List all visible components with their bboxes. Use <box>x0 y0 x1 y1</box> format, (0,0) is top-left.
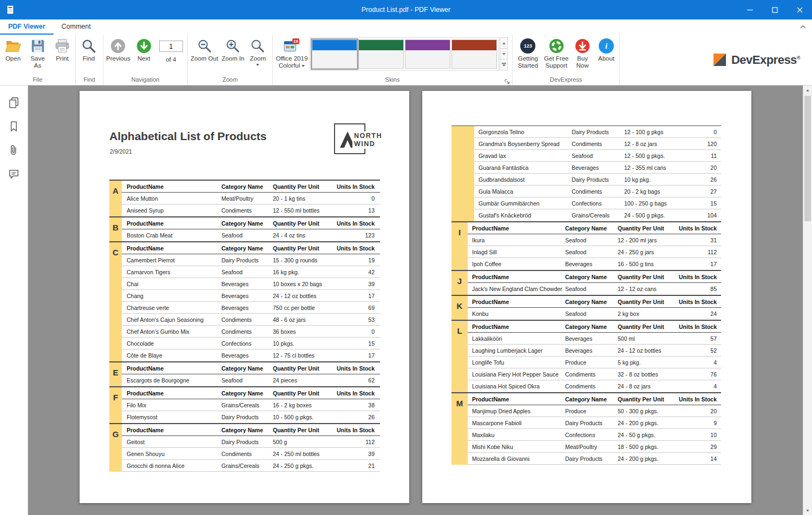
minimize-button[interactable] <box>737 0 762 19</box>
ribbon-group-navigation: Previous Next of 4 Navigation <box>103 35 188 85</box>
pdf-page-2: Gorgonzola TelinoDairy Products12 - 100 … <box>422 91 751 503</box>
tab-comment[interactable]: Comment <box>54 19 99 35</box>
chevron-up-icon <box>800 25 806 29</box>
table-cell: Escargots de Bourgogne <box>122 377 219 384</box>
table-row: ChangBeverages24 - 12 oz bottles17 <box>122 290 380 302</box>
table-cell: Confections <box>569 200 622 207</box>
skin-swatch-green[interactable] <box>358 39 404 69</box>
column-header: Quantity Per Unit <box>615 323 677 330</box>
getting-started-button[interactable]: 123 Getting Started <box>514 36 542 69</box>
table-cell: 500 g <box>271 439 335 445</box>
ribbon-collapse-button[interactable] <box>798 22 808 31</box>
skin-swatch-red[interactable] <box>451 39 497 69</box>
table-cell: Confections <box>563 432 615 438</box>
table-cell: 112 <box>677 249 721 255</box>
page-number-input[interactable] <box>159 41 183 52</box>
sidebar-bookmarks-button[interactable] <box>4 117 24 135</box>
vertical-scrollbar[interactable] <box>803 85 812 515</box>
chevron-down-icon <box>302 65 305 67</box>
get-free-support-label: Get Free Support <box>544 55 569 69</box>
table-cell: Gustaf's Knäckebröd <box>474 212 569 219</box>
tab-pdf-viewer[interactable]: PDF Viewer <box>0 19 54 35</box>
open-button[interactable]: Open <box>1 36 25 62</box>
column-header: Category Name <box>563 274 615 280</box>
table-cell: Condiments <box>569 188 622 195</box>
sidebar-thumbnails-button[interactable] <box>4 93 24 111</box>
triangle-down-icon <box>502 53 506 55</box>
table-cell: Lakkalikööri <box>468 335 563 342</box>
table-cell: 36 boxes <box>271 328 335 335</box>
table-row: ChocoladeConfections10 pkgs.15 <box>122 338 380 349</box>
buy-now-button[interactable]: Buy Now <box>571 36 594 69</box>
gallery-dropdown-button[interactable] <box>500 59 508 70</box>
table-cell: 26 <box>683 176 721 183</box>
gallery-menu-icon <box>502 63 506 67</box>
save-as-button[interactable]: Save As <box>25 36 50 69</box>
column-header: Quantity Per Unit <box>615 274 677 280</box>
svg-text:19: 19 <box>293 39 298 44</box>
table-header-row: ProductNameCategory NameQuantity Per Uni… <box>468 296 721 308</box>
gallery-scroll-down-button[interactable] <box>500 48 508 60</box>
save-as-icon <box>30 38 46 54</box>
scroll-up-button[interactable] <box>803 85 812 95</box>
zoom-menu-button[interactable]: Zoom <box>246 36 270 66</box>
gallery-scroll-up-button[interactable] <box>500 37 508 49</box>
table-cell: 26 <box>335 414 380 420</box>
skin-swatch-blue[interactable] <box>312 39 357 69</box>
close-button[interactable] <box>787 0 812 19</box>
column-header: Category Name <box>563 299 615 305</box>
table-header-row: ProductNameCategory NameQuantity Per Uni… <box>122 387 380 399</box>
find-button[interactable]: Find <box>77 36 101 62</box>
zoom-out-button[interactable]: Zoom Out <box>189 36 220 62</box>
table-cell: 10 kg pkg. <box>622 176 683 183</box>
get-free-support-button[interactable]: Get Free Support <box>542 36 571 69</box>
table-cell: Gula Malacca <box>474 188 569 195</box>
skins-gallery <box>310 37 499 71</box>
table-cell: 15 <box>335 340 380 347</box>
column-header: Quantity Per Unit <box>271 365 335 372</box>
previous-button[interactable]: Previous <box>104 36 132 62</box>
product-section-G: GProductNameCategory NameQuantity Per Un… <box>109 423 380 472</box>
product-section-F: FProductNameCategory NameQuantity Per Un… <box>109 386 380 423</box>
section-letter: E <box>109 362 122 386</box>
skins-dialog-launcher[interactable] <box>504 77 510 84</box>
table-cell: Seafood <box>219 232 271 239</box>
ribbon: Open Save As Print File <box>0 35 812 85</box>
about-button[interactable]: i About <box>594 36 618 62</box>
bookmark-icon <box>8 120 20 133</box>
column-header: Category Name <box>219 183 271 190</box>
sidebar-comments-button[interactable] <box>4 164 24 183</box>
maximize-button[interactable] <box>762 0 787 19</box>
zoom-in-label: Zoom In <box>221 55 244 62</box>
table-row: Mascarpone FabioliDairy Products24 - 200… <box>468 417 721 429</box>
zoom-in-button[interactable]: Zoom In <box>220 36 246 62</box>
skin-swatch-purple[interactable] <box>405 39 450 69</box>
table-row: Gnocchi di nonna AliceGrains/Cereals24 -… <box>122 460 380 472</box>
table-cell: 10 boxes x 20 bags <box>271 281 335 287</box>
table-cell: 12 - 100 g pkgs <box>622 129 683 135</box>
scroll-down-button[interactable] <box>803 506 812 515</box>
section-letter: J <box>451 271 468 295</box>
table-cell: Condiments <box>219 451 271 457</box>
print-button[interactable]: Print <box>50 36 74 62</box>
scrollbar-thumb[interactable] <box>804 96 811 221</box>
table-row: IkuraSeafood12 - 200 ml jars31 <box>468 234 721 246</box>
table-cell: 4 <box>677 359 721 366</box>
zoom-out-label: Zoom Out <box>191 55 218 62</box>
table-row: Escargots de BourgogneSeafood24 pieces62 <box>122 374 380 386</box>
column-header: ProductName <box>122 245 219 252</box>
column-header: ProductName <box>468 274 563 280</box>
table-cell: 24 - 200 g pkgs. <box>615 455 677 462</box>
column-header: Category Name <box>219 220 271 227</box>
document-area[interactable]: Alphabetical List of Products 2/9/2021 N… <box>28 85 812 515</box>
table-cell: 16 kg pkg. <box>271 269 335 275</box>
open-folder-icon <box>5 38 21 54</box>
table-cell: Gudbrandsdalsost <box>474 176 569 183</box>
table-row: Boston Crab MeatSeafood24 - 4 oz tins123 <box>122 229 380 241</box>
product-table-page-1: AProductNameCategory NameQuantity Per Un… <box>109 180 380 472</box>
minimize-icon <box>747 7 753 13</box>
sidebar-attachments-button[interactable] <box>4 141 24 159</box>
next-button[interactable]: Next <box>132 36 156 62</box>
skin-select-button[interactable]: 19 Office 2019 Colorful <box>274 36 310 69</box>
column-header: Units In Stock <box>677 299 721 305</box>
